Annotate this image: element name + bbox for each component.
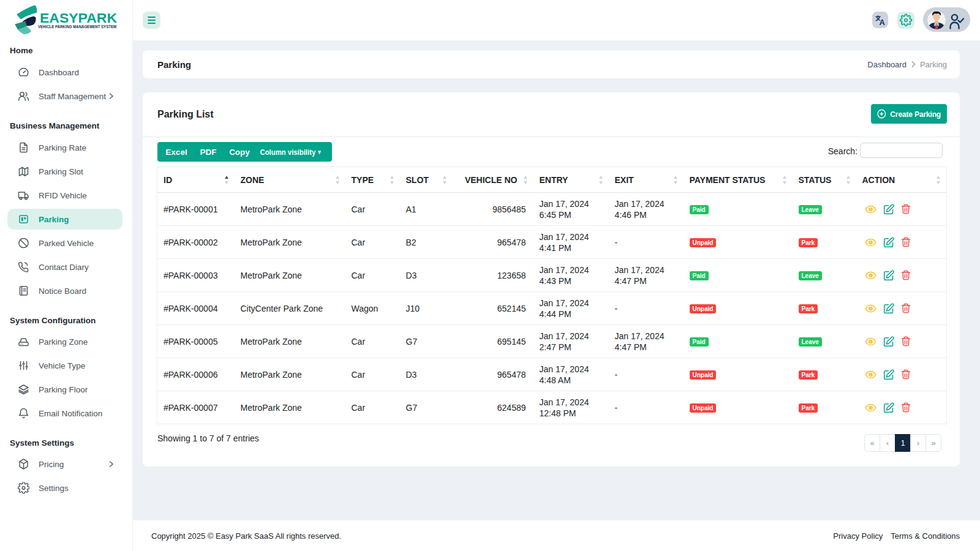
svg-text:VEHICLE PARKING MANAGEMENT SYS: VEHICLE PARKING MANAGEMENT SYSTEM bbox=[38, 24, 116, 29]
svg-text:EASYPARK: EASYPARK bbox=[40, 10, 117, 26]
svg-text:A: A bbox=[880, 18, 886, 27]
